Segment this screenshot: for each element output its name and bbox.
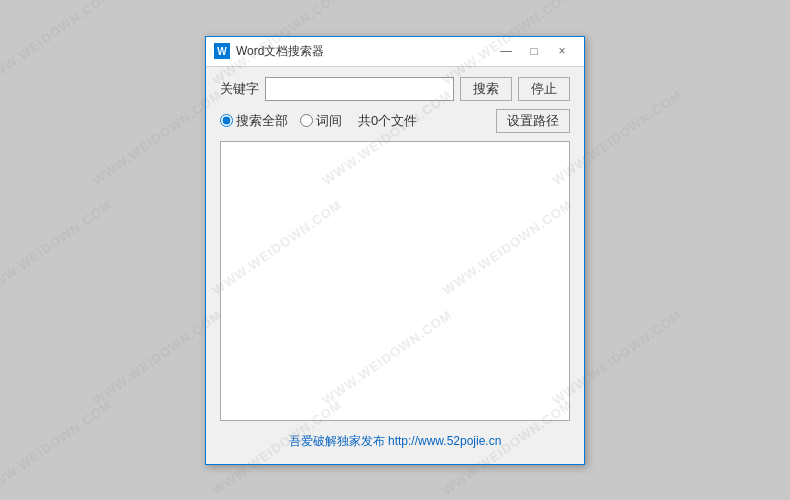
keyword-label: 关键字 bbox=[220, 80, 259, 98]
footer-link[interactable]: 吾爱破解独家发布 http://www.52pojie.cn bbox=[289, 434, 502, 448]
stop-button[interactable]: 停止 bbox=[518, 77, 570, 101]
main-window: W Word文档搜索器 — □ × 关键字 搜索 停止 搜索全部 bbox=[205, 36, 585, 465]
window-title: Word文档搜索器 bbox=[236, 43, 492, 60]
search-row: 关键字 搜索 停止 bbox=[220, 77, 570, 101]
close-button[interactable]: × bbox=[548, 40, 576, 62]
search-button[interactable]: 搜索 bbox=[460, 77, 512, 101]
maximize-button[interactable]: □ bbox=[520, 40, 548, 62]
window-controls: — □ × bbox=[492, 40, 576, 62]
radio-phrase-label: 词间 bbox=[316, 112, 342, 130]
radio-phrase-input[interactable] bbox=[300, 114, 313, 127]
setpath-area: 设置路径 bbox=[496, 109, 570, 133]
result-listbox[interactable] bbox=[220, 141, 570, 421]
radio-search-all[interactable]: 搜索全部 bbox=[220, 112, 288, 130]
radio-group: 搜索全部 词间 bbox=[220, 112, 342, 130]
options-row: 搜索全部 词间 共0个文件 设置路径 bbox=[220, 109, 570, 133]
window-content: 关键字 搜索 停止 搜索全部 词间 共0个文件 设置路径 bbox=[206, 67, 584, 464]
radio-phrase[interactable]: 词间 bbox=[300, 112, 342, 130]
minimize-button[interactable]: — bbox=[492, 40, 520, 62]
title-bar: W Word文档搜索器 — □ × bbox=[206, 37, 584, 67]
file-count: 共0个文件 bbox=[358, 112, 417, 130]
app-icon: W bbox=[214, 43, 230, 59]
radio-search-all-label: 搜索全部 bbox=[236, 112, 288, 130]
setpath-button[interactable]: 设置路径 bbox=[496, 109, 570, 133]
radio-search-all-input[interactable] bbox=[220, 114, 233, 127]
footer: 吾爱破解独家发布 http://www.52pojie.cn bbox=[220, 429, 570, 452]
keyword-input[interactable] bbox=[265, 77, 454, 101]
